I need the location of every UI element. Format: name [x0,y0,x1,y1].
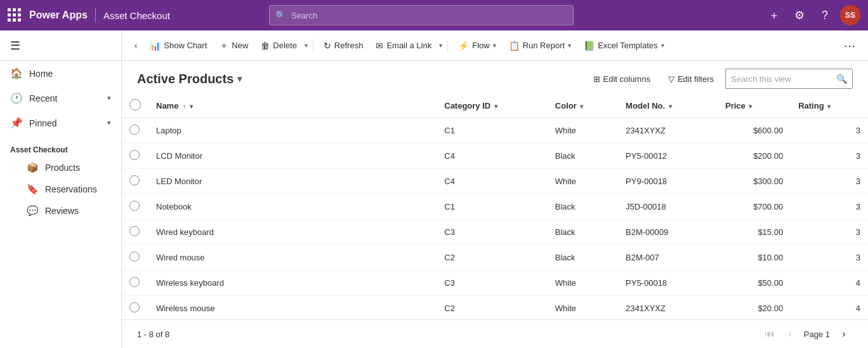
delete-chevron-icon[interactable]: ▾ [305,42,308,49]
row-checkbox-cell[interactable] [122,194,148,220]
refresh-button[interactable]: ↻ Refresh [319,37,369,55]
delete-label: Delete [273,41,297,50]
cell-color: Black [548,144,618,169]
next-page-button[interactable]: › [835,325,853,343]
col-color-label: Color [555,101,577,110]
table-body: Laptop C1 White 2341XYXZ $600.00 3 LCD M… [122,118,868,320]
header-checkbox-cell[interactable] [122,94,148,118]
row-checkbox-cell[interactable] [122,220,148,245]
view-title-chevron-icon[interactable]: ▾ [237,74,242,84]
hamburger-menu[interactable]: ☰ [0,30,121,61]
email-chevron-icon[interactable]: ▾ [439,42,442,49]
help-icon[interactable]: ? [815,5,835,25]
table-row[interactable]: LCD Monitor C4 Black PY5-00012 $200.00 3 [122,144,868,169]
search-view-container: 🔍 [725,69,853,89]
table-row[interactable]: Notebook C1 Black J5D-00018 $700.00 3 [122,194,868,220]
select-all-checkbox[interactable] [129,99,141,110]
cell-category: C1 [437,194,548,220]
col-header-rating[interactable]: Rating ▾ [791,94,868,118]
edit-filters-button[interactable]: ▽ Edit filters [662,70,720,88]
row-checkbox-cell[interactable] [122,296,148,320]
email-link-button[interactable]: ✉ Email a Link [371,37,437,55]
cell-category: C4 [437,144,548,169]
sidebar-item-pinned[interactable]: 📌 Pinned ▾ [0,110,121,135]
page-label: Page 1 [804,330,830,339]
first-page-button[interactable]: ⏮ [761,325,779,343]
back-button[interactable]: ‹ [129,37,142,54]
row-checkbox[interactable] [129,251,140,262]
flow-icon: ⚡ [458,41,469,51]
cell-model: B2M-007 [618,245,718,271]
row-checkbox[interactable] [129,175,140,185]
col-header-name[interactable]: Name ↑ ▾ [148,94,437,118]
cell-name[interactable]: Wired keyboard [148,220,437,245]
table-row[interactable]: Laptop C1 White 2341XYXZ $600.00 3 [122,118,868,144]
row-checkbox-cell[interactable] [122,169,148,194]
cmd-separator-1 [313,39,313,52]
sidebar-item-home[interactable]: 🏠 Home [0,61,121,86]
row-checkbox-cell[interactable] [122,245,148,271]
excel-templates-button[interactable]: 📗 Excel Templates ▾ [579,37,669,55]
delete-button[interactable]: 🗑 Delete [256,37,302,55]
row-checkbox[interactable] [129,150,140,160]
prev-page-button[interactable]: ‹ [781,325,799,343]
settings-icon[interactable]: ⚙ [789,5,810,25]
flow-button[interactable]: ⚡ Flow ▾ [453,37,501,55]
global-search-input[interactable] [269,5,574,25]
cell-name[interactable]: Laptop [148,118,437,144]
cell-name[interactable]: Wired mouse [148,245,437,271]
col-name-filter-icon: ▾ [190,103,193,110]
email-link-label: Email a Link [386,41,431,50]
row-checkbox[interactable] [129,277,140,287]
row-checkbox[interactable] [129,302,140,312]
apps-grid-icon[interactable] [8,8,22,22]
col-header-color[interactable]: Color ▾ [548,94,618,118]
run-report-button[interactable]: 📋 Run Report ▾ [504,37,576,55]
table-row[interactable]: Wired keyboard C3 Black B2M-00009 $15.00… [122,220,868,245]
new-button[interactable]: ＋ New [214,36,253,55]
table-row[interactable]: Wireless mouse C2 White 2341XYXZ $20.00 … [122,296,868,320]
delete-icon: 🗑 [261,41,270,51]
table-header-row: Name ↑ ▾ Category ID ▾ Color ▾ [122,94,868,118]
cell-category: C2 [437,296,548,320]
row-checkbox[interactable] [129,201,140,211]
cell-category: C4 [437,169,548,194]
view-area: Active Products ▾ ⊞ Edit columns ▽ Edit … [122,61,868,348]
row-checkbox-cell[interactable] [122,144,148,169]
table-row[interactable]: Wireless keyboard C3 White PY5-00018 $50… [122,271,868,296]
show-chart-label: Show Chart [164,41,207,50]
show-chart-button[interactable]: 📊 Show Chart [145,37,212,55]
row-checkbox-cell[interactable] [122,118,148,144]
cell-name[interactable]: LED Monitor [148,169,437,194]
cell-price: $20.00 [718,296,791,320]
cell-rating: 4 [791,271,868,296]
row-checkbox[interactable] [129,124,140,135]
cell-name[interactable]: LCD Monitor [148,144,437,169]
cell-category: C1 [437,118,548,144]
brand-name: Power Apps [29,10,88,21]
col-header-model[interactable]: Model No. ▾ [618,94,718,118]
add-button[interactable]: ＋ [764,5,784,25]
cell-name[interactable]: Notebook [148,194,437,220]
col-header-price[interactable]: Price ▾ [718,94,791,118]
sidebar-item-products[interactable]: 📦 Products [0,157,121,178]
cell-price: $600.00 [718,118,791,144]
sidebar-item-reservations[interactable]: 🔖 Reservations [0,178,121,200]
cell-name[interactable]: Wireless keyboard [148,271,437,296]
search-view-input[interactable] [731,74,832,84]
top-navigation: Power Apps Asset Checkout 🔍 ＋ ⚙ ? SS [0,0,868,30]
col-category-label: Category ID [444,101,490,110]
user-avatar[interactable]: SS [840,5,860,25]
table-row[interactable]: Wired mouse C2 Black B2M-007 $10.00 3 [122,245,868,271]
cell-name[interactable]: Wireless mouse [148,296,437,320]
cell-price: $15.00 [718,220,791,245]
sidebar-item-recent[interactable]: 🕐 Recent ▾ [0,86,121,110]
table-row[interactable]: LED Monitor C4 White PY9-00018 $300.00 3 [122,169,868,194]
edit-columns-button[interactable]: ⊞ Edit columns [587,70,657,88]
row-checkbox[interactable] [129,226,140,236]
row-checkbox-cell[interactable] [122,271,148,296]
excel-templates-label: Excel Templates [598,41,657,50]
col-header-category[interactable]: Category ID ▾ [437,94,548,118]
more-commands-icon[interactable]: ⋯ [839,36,860,55]
sidebar-item-reviews[interactable]: 💬 Reviews [0,200,121,222]
